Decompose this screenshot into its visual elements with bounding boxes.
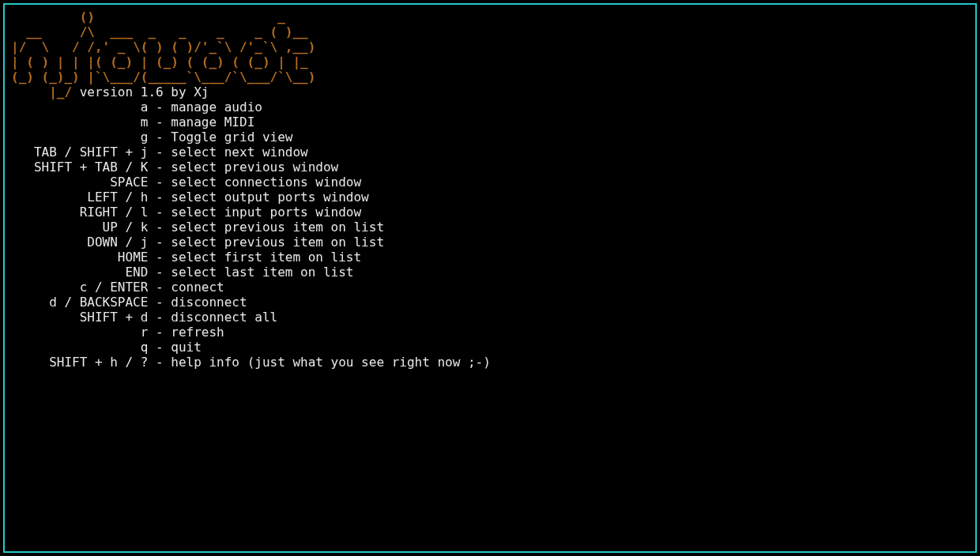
keybinding-desc: select first item on list xyxy=(171,250,361,265)
keybinding-separator: - xyxy=(148,340,171,355)
keybinding-desc: quit xyxy=(171,340,202,355)
keybinding-row: c / ENTER - connect xyxy=(11,280,969,295)
keybinding-row: TAB / SHIFT + j - select next window xyxy=(11,145,969,160)
keybinding-separator: - xyxy=(148,205,171,220)
keybinding-row: LEFT / h - select output ports window xyxy=(11,190,969,205)
keybinding-separator: - xyxy=(148,160,171,175)
keybinding-row: SHIFT + h / ? - help info (just what you… xyxy=(11,355,969,370)
keybinding-separator: - xyxy=(148,115,171,130)
keybinding-key: DOWN / j xyxy=(11,235,148,250)
keybinding-key: g xyxy=(11,130,148,145)
logo-tail: |_/ xyxy=(11,85,80,100)
keybinding-separator: - xyxy=(148,175,171,190)
keybinding-row: SHIFT + TAB / K - select previous window xyxy=(11,160,969,175)
keybinding-key: LEFT / h xyxy=(11,190,148,205)
keybinding-row: r - refresh xyxy=(11,325,969,340)
keybinding-separator: - xyxy=(148,295,171,310)
version-text: version 1.6 by Xj xyxy=(80,85,209,100)
keybinding-desc: manage MIDI xyxy=(171,115,254,130)
keybinding-desc: select next window xyxy=(171,145,307,160)
keybinding-row: g - Toggle grid view xyxy=(11,130,969,145)
keybinding-key: END xyxy=(11,265,148,280)
keybinding-key: HOME xyxy=(11,250,148,265)
keybinding-separator: - xyxy=(148,280,171,295)
keybinding-separator: - xyxy=(148,265,171,280)
keybinding-list: a - manage audiom - manage MIDIg - Toggl… xyxy=(11,100,969,370)
keybinding-key: UP / k xyxy=(11,220,148,235)
keybinding-desc: select previous item on list xyxy=(171,220,384,235)
ascii-logo: () _ __ /\ ___ _ _ _ _ ( )__ |/ \ / /,' … xyxy=(11,9,969,85)
keybinding-key: r xyxy=(11,325,148,340)
keybinding-desc: disconnect xyxy=(171,295,247,310)
keybinding-desc: Toggle grid view xyxy=(171,130,292,145)
keybinding-separator: - xyxy=(148,325,171,340)
keybinding-desc: select connections window xyxy=(171,175,361,190)
version-line: |_/ version 1.6 by Xj xyxy=(11,85,969,100)
keybinding-key: SHIFT + d xyxy=(11,310,148,325)
keybinding-desc: help info (just what you see right now ;… xyxy=(171,355,491,370)
keybinding-desc: select output ports window xyxy=(171,190,368,205)
keybinding-separator: - xyxy=(148,310,171,325)
keybinding-key: SPACE xyxy=(11,175,148,190)
keybinding-row: m - manage MIDI xyxy=(11,115,969,130)
keybinding-desc: select previous item on list xyxy=(171,235,384,250)
keybinding-desc: connect xyxy=(171,280,224,295)
keybinding-desc: manage audio xyxy=(171,100,262,115)
keybinding-desc: disconnect all xyxy=(171,310,277,325)
keybinding-separator: - xyxy=(148,190,171,205)
keybinding-key: SHIFT + h / ? xyxy=(11,355,148,370)
keybinding-row: a - manage audio xyxy=(11,100,969,115)
keybinding-row: RIGHT / l - select input ports window xyxy=(11,205,969,220)
keybinding-key: q xyxy=(11,340,148,355)
keybinding-separator: - xyxy=(148,250,171,265)
keybinding-key: m xyxy=(11,115,148,130)
keybinding-key: TAB / SHIFT + j xyxy=(11,145,148,160)
keybinding-row: SHIFT + d - disconnect all xyxy=(11,310,969,325)
keybinding-key: a xyxy=(11,100,148,115)
keybinding-separator: - xyxy=(148,235,171,250)
keybinding-key: c / ENTER xyxy=(11,280,148,295)
keybinding-desc: select last item on list xyxy=(171,265,353,280)
keybinding-key: RIGHT / l xyxy=(11,205,148,220)
keybinding-desc: select previous window xyxy=(171,160,338,175)
keybinding-row: DOWN / j - select previous item on list xyxy=(11,235,969,250)
keybinding-desc: refresh xyxy=(171,325,224,340)
keybinding-row: d / BACKSPACE - disconnect xyxy=(11,295,969,310)
keybinding-row: HOME - select first item on list xyxy=(11,250,969,265)
keybinding-desc: select input ports window xyxy=(171,205,361,220)
keybinding-separator: - xyxy=(148,130,171,145)
keybinding-separator: - xyxy=(148,145,171,160)
keybinding-separator: - xyxy=(148,220,171,235)
keybinding-row: UP / k - select previous item on list xyxy=(11,220,969,235)
keybinding-key: d / BACKSPACE xyxy=(11,295,148,310)
keybinding-row: END - select last item on list xyxy=(11,265,969,280)
keybinding-row: q - quit xyxy=(11,340,969,355)
help-screen: () _ __ /\ ___ _ _ _ _ ( )__ |/ \ / /,' … xyxy=(11,9,969,370)
keybinding-separator: - xyxy=(148,100,171,115)
keybinding-key: SHIFT + TAB / K xyxy=(11,160,148,175)
keybinding-row: SPACE - select connections window xyxy=(11,175,969,190)
keybinding-separator: - xyxy=(148,355,171,370)
